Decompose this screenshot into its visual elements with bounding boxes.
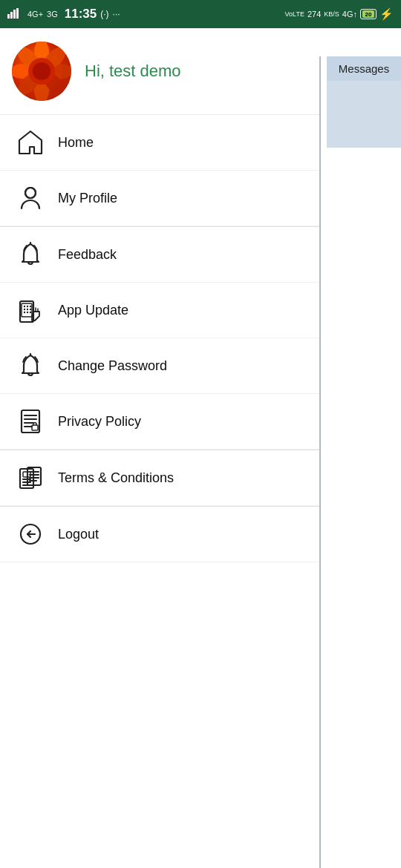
svg-point-23 [30, 309, 31, 310]
svg-rect-3 [16, 8, 19, 19]
home-label: Home [58, 135, 94, 151]
navigation-drawer: Hi, test demo Home My Profile [0, 28, 319, 868]
menu-item-my-profile[interactable]: My Profile [0, 171, 319, 226]
menu-item-change-password[interactable]: Change Password [0, 338, 319, 394]
privacy-policy-icon [15, 406, 46, 437]
wifi-icon: (·) [100, 9, 108, 19]
privacy-policy-label: Privacy Policy [58, 414, 141, 430]
menu-item-app-update[interactable]: App Update [0, 283, 319, 338]
vertical-divider [319, 56, 321, 868]
status-right: VoLTE 274 KB/S 4G↑ 20 ⚡ [285, 7, 394, 21]
svg-point-24 [24, 312, 25, 313]
feedback-bell-icon [15, 239, 46, 270]
status-left: 4G+ 3G 11:35 (·) ··· [7, 7, 120, 22]
avatar [12, 42, 71, 101]
speed-value: 274 [307, 10, 321, 19]
network-indicator [7, 8, 24, 21]
home-icon [15, 127, 46, 158]
app-update-label: App Update [58, 303, 128, 318]
terms-conditions-label: Terms & Conditions [58, 470, 174, 486]
app-update-icon [15, 295, 46, 326]
svg-point-14 [25, 188, 36, 198]
svg-point-25 [27, 312, 28, 313]
logout-icon [15, 519, 46, 550]
messages-tab-label[interactable]: Messages [327, 56, 401, 81]
messages-panel: Messages [327, 56, 401, 148]
svg-rect-30 [22, 410, 39, 433]
svg-point-19 [27, 306, 28, 307]
messages-body [327, 81, 401, 148]
svg-rect-1 [10, 12, 13, 19]
svg-rect-35 [32, 425, 38, 430]
logout-label: Logout [58, 527, 99, 542]
avatar-image [12, 42, 71, 101]
my-profile-label: My Profile [58, 191, 117, 206]
menu-item-logout[interactable]: Logout [0, 507, 319, 562]
network-4g-up: 4G↑ [342, 10, 357, 19]
menu-item-privacy-policy[interactable]: Privacy Policy [0, 394, 319, 450]
battery-indicator: 20 [360, 9, 376, 19]
profile-icon [15, 183, 46, 214]
volte-label: VoLTE [285, 10, 304, 18]
svg-point-20 [30, 306, 31, 307]
svg-point-22 [27, 309, 28, 310]
svg-point-18 [24, 306, 25, 307]
svg-rect-0 [7, 14, 10, 19]
lightning-icon: ⚡ [379, 7, 394, 21]
change-password-icon [15, 350, 46, 381]
terms-conditions-icon [15, 462, 46, 493]
clock: 11:35 [65, 7, 97, 22]
feedback-label: Feedback [58, 247, 117, 263]
more-dots: ··· [113, 9, 120, 19]
network-type-4g: 4G+ [27, 10, 43, 19]
network-type-3g: 3G [47, 10, 58, 19]
change-password-label: Change Password [58, 358, 167, 374]
greeting-text: Hi, test demo [85, 62, 181, 81]
svg-point-13 [33, 62, 50, 80]
speed-unit: KB/S [324, 10, 339, 18]
menu-item-terms-conditions[interactable]: Terms & Conditions [0, 450, 319, 506]
status-bar: 4G+ 3G 11:35 (·) ··· VoLTE 274 KB/S 4G↑ … [0, 0, 401, 28]
svg-rect-2 [13, 10, 16, 19]
battery-fill: 20 [362, 10, 374, 18]
menu-item-feedback[interactable]: Feedback [0, 227, 319, 283]
menu-item-home[interactable]: Home [0, 115, 319, 171]
svg-point-21 [24, 309, 25, 310]
profile-header[interactable]: Hi, test demo [0, 28, 319, 115]
svg-point-26 [30, 312, 31, 313]
